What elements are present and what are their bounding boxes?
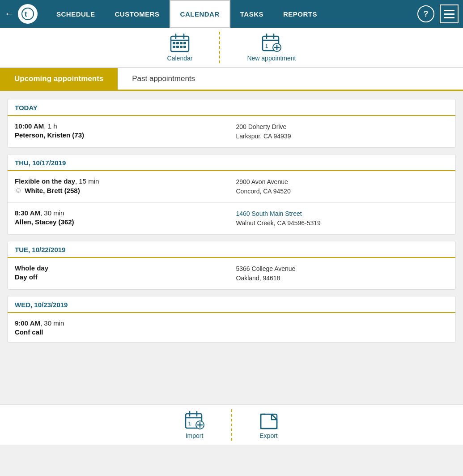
svg-text:1: 1 bbox=[265, 43, 268, 49]
appointment-name: Peterson, Kristen (73) bbox=[15, 131, 227, 139]
menu-button[interactable] bbox=[440, 4, 459, 23]
date-section: TUE, 10/22/2019Whole dayDay off5366 Coll… bbox=[7, 241, 456, 290]
date-section: THU, 10/17/2019Flexible on the day, 15 m… bbox=[7, 154, 456, 235]
import-icon: 1 bbox=[185, 411, 204, 430]
table-row[interactable]: 8:30 AM, 30 minAllen, Stacey (362)1460 S… bbox=[8, 203, 455, 234]
table-row[interactable]: 10:00 AM, 1 hPeterson, Kristen (73)200 D… bbox=[8, 116, 455, 147]
export-icon-group[interactable]: Export bbox=[232, 406, 306, 444]
content-area: TODAY10:00 AM, 1 hPeterson, Kristen (73)… bbox=[0, 91, 463, 404]
bottom-bar: 1 Import Export bbox=[0, 404, 463, 445]
date-header: THU, 10/17/2019 bbox=[8, 154, 455, 171]
help-button[interactable]: ? bbox=[417, 5, 434, 22]
new-appointment-icon-group[interactable]: 1 New appointment bbox=[220, 29, 323, 66]
appointment-right: 2900 Avon AvenueConcord, CA 94520 bbox=[227, 177, 449, 196]
nav-customers[interactable]: CUSTOMERS bbox=[105, 0, 170, 28]
table-row[interactable]: 9:00 AM, 30 minConf call bbox=[8, 313, 455, 342]
svg-text:t: t bbox=[25, 10, 27, 18]
svg-text:1: 1 bbox=[188, 421, 191, 426]
nav-reports[interactable]: REPORTS bbox=[273, 0, 327, 28]
tab-past[interactable]: Past appointments bbox=[118, 68, 209, 90]
import-icon-group[interactable]: 1 Import bbox=[158, 406, 231, 444]
export-label: Export bbox=[259, 432, 277, 439]
date-header: TUE, 10/22/2019 bbox=[8, 241, 455, 258]
calendar-icon bbox=[170, 33, 190, 53]
navigation-bar: ← t SCHEDULE CUSTOMERS CALENDAR TASKS RE… bbox=[0, 0, 463, 28]
top-icon-bar: Calendar 1 New appointment bbox=[0, 28, 463, 68]
appointment-time: Whole day bbox=[15, 264, 227, 272]
app-logo[interactable]: t bbox=[18, 4, 38, 24]
date-header: WED, 10/23/2019 bbox=[8, 296, 455, 313]
nav-right: ? bbox=[417, 4, 459, 23]
svg-rect-9 bbox=[183, 42, 186, 44]
appointment-right: 1460 South Main StreetWalnut Creek, CA 9… bbox=[227, 209, 449, 228]
nav-calendar[interactable]: CALENDAR bbox=[170, 0, 230, 28]
svg-rect-8 bbox=[180, 42, 183, 44]
svg-rect-12 bbox=[180, 46, 183, 48]
appointment-left: 9:00 AM, 30 minConf call bbox=[15, 319, 448, 336]
nav-links: SCHEDULE CUSTOMERS CALENDAR TASKS REPORT… bbox=[47, 0, 417, 28]
svg-rect-11 bbox=[176, 46, 179, 48]
appointment-left: 10:00 AM, 1 hPeterson, Kristen (73) bbox=[15, 122, 227, 139]
appointment-address: 2900 Avon AvenueConcord, CA 94520 bbox=[236, 177, 449, 196]
appointment-left: Flexible on the day, 15 min☺White, Brett… bbox=[15, 177, 227, 194]
appointment-address: 1460 South Main StreetWalnut Creek, CA 9… bbox=[236, 209, 449, 228]
smile-icon: ☺ bbox=[15, 186, 22, 194]
svg-rect-10 bbox=[173, 46, 175, 48]
calendar-label: Calendar bbox=[167, 55, 193, 62]
calendar-icon-group[interactable]: Calendar bbox=[140, 29, 220, 66]
appointment-name: Allen, Stacey (362) bbox=[15, 218, 227, 226]
appointment-address: 200 Doherty DriveLarkspur, CA 94939 bbox=[236, 122, 449, 141]
appointment-left: Whole dayDay off bbox=[15, 264, 227, 281]
date-section: TODAY10:00 AM, 1 hPeterson, Kristen (73)… bbox=[7, 99, 456, 148]
svg-point-0 bbox=[22, 8, 34, 20]
appointment-name: ☺White, Brett (258) bbox=[15, 186, 227, 194]
export-icon bbox=[259, 411, 279, 430]
nav-schedule[interactable]: SCHEDULE bbox=[47, 0, 105, 28]
appointment-time: 10:00 AM, 1 h bbox=[15, 122, 227, 130]
appointment-time: 9:00 AM, 30 min bbox=[15, 319, 448, 327]
tabs-bar: Upcoming appointments Past appointments bbox=[0, 68, 463, 91]
appointment-right: 200 Doherty DriveLarkspur, CA 94939 bbox=[227, 122, 449, 141]
address-link[interactable]: 1460 South Main Street bbox=[236, 210, 302, 217]
menu-line-3 bbox=[444, 17, 455, 18]
back-button[interactable]: ← bbox=[4, 8, 14, 20]
appointment-left: 8:30 AM, 30 minAllen, Stacey (362) bbox=[15, 209, 227, 226]
svg-rect-7 bbox=[176, 42, 179, 44]
nav-tasks[interactable]: TASKS bbox=[230, 0, 273, 28]
import-label: Import bbox=[186, 432, 204, 439]
menu-line-1 bbox=[444, 10, 455, 11]
appointment-address: 5366 College AvenueOakland, 94618 bbox=[236, 264, 449, 283]
svg-rect-30 bbox=[261, 414, 277, 429]
svg-rect-13 bbox=[183, 46, 186, 48]
svg-rect-6 bbox=[173, 42, 175, 44]
date-section: WED, 10/23/20199:00 AM, 30 minConf call bbox=[7, 296, 456, 343]
tab-upcoming[interactable]: Upcoming appointments bbox=[0, 68, 118, 90]
table-row[interactable]: Flexible on the day, 15 min☺White, Brett… bbox=[8, 171, 455, 203]
new-appointment-icon: 1 bbox=[262, 33, 281, 53]
table-row[interactable]: Whole dayDay off5366 College AvenueOakla… bbox=[8, 258, 455, 289]
appointment-name: Conf call bbox=[15, 328, 448, 336]
new-appointment-label: New appointment bbox=[247, 55, 296, 62]
appointment-time: Flexible on the day, 15 min bbox=[15, 177, 227, 185]
appointment-right: 5366 College AvenueOakland, 94618 bbox=[227, 264, 449, 283]
appointment-time: 8:30 AM, 30 min bbox=[15, 209, 227, 217]
appointment-name: Day off bbox=[15, 273, 227, 281]
menu-line-2 bbox=[444, 13, 455, 15]
date-header: TODAY bbox=[8, 99, 455, 116]
